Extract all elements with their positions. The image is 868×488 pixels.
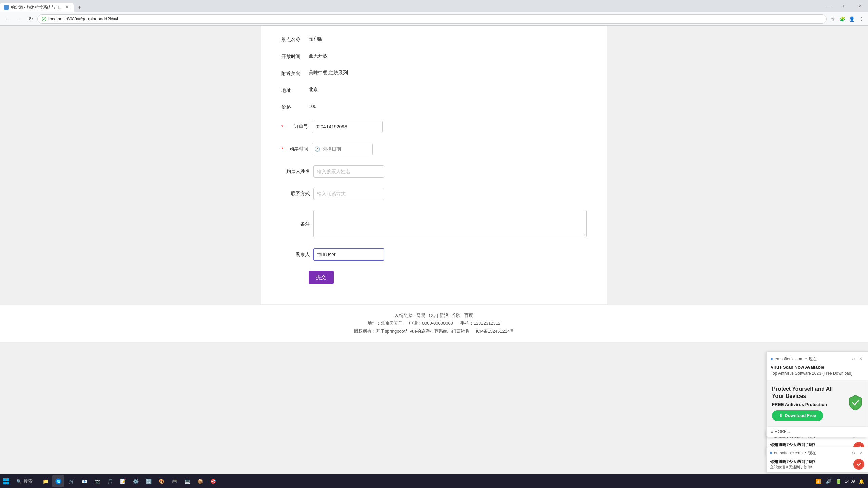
svg-rect-1 bbox=[3, 478, 6, 481]
download-free-button[interactable]: ⬇ Download Free bbox=[772, 410, 823, 421]
buy-time-row: * 购票时间 🕐 bbox=[281, 143, 587, 155]
footer: 友情链接 网易 | QQ | 新浪 | 谷歌 | 百度 地址：北京天安门 电话：… bbox=[0, 304, 868, 342]
taskbar-calculator[interactable]: 🔢 bbox=[142, 475, 155, 487]
taskbar-paint[interactable]: 🎨 bbox=[155, 475, 167, 487]
attraction-name-value: 颐和园 bbox=[309, 36, 323, 42]
back-button[interactable]: ← bbox=[3, 14, 12, 24]
remark-textarea[interactable] bbox=[313, 210, 587, 237]
buy-time-required: * bbox=[281, 146, 283, 152]
notification-status: 现在 bbox=[809, 356, 817, 362]
menu-icon[interactable]: ⋮ bbox=[857, 15, 865, 23]
close-button[interactable]: ✕ bbox=[852, 0, 868, 12]
windows-logo-icon bbox=[3, 478, 9, 485]
notification-small-2-settings[interactable]: ⚙ bbox=[851, 450, 857, 456]
maximize-button[interactable]: □ bbox=[837, 0, 852, 12]
taskbar-battery-icon[interactable]: 🔋 bbox=[835, 477, 843, 485]
remark-label: 备注 bbox=[286, 221, 310, 227]
order-no-row: * 订单号 bbox=[281, 121, 587, 133]
taskbar-target[interactable]: 🎯 bbox=[207, 475, 219, 487]
taskbar-wifi-icon[interactable]: 📶 bbox=[814, 477, 823, 485]
notification-small-2-source: en.softonic.com • 现在 bbox=[770, 450, 816, 456]
svg-rect-4 bbox=[6, 482, 9, 484]
active-tab[interactable]: 购定添 - 旅游推荐系统与门... ✕ bbox=[0, 3, 74, 12]
taskbar-search-bar[interactable]: 🔍 搜索 bbox=[12, 474, 37, 488]
open-time-label: 开放时间 bbox=[281, 53, 305, 60]
extensions-icon[interactable]: 🧩 bbox=[838, 15, 846, 23]
taskbar-notification-icon[interactable]: 🔔 bbox=[857, 477, 865, 485]
taskbar-music[interactable]: 🎵 bbox=[104, 475, 116, 487]
taskbar-edge[interactable] bbox=[52, 475, 64, 487]
notification-main-header: en.softonic.com • 现在 ⚙ ✕ bbox=[771, 356, 864, 362]
taskbar: 🔍 搜索 📁 🛒 📧 📷 🎵 📝 ⚙️ 🔢 🎨 🎮 💻 📦 🎯 📶 🔊 🔋 14… bbox=[0, 474, 868, 488]
taskbar-photos[interactable]: 📷 bbox=[91, 475, 103, 487]
taskbar-volume-icon[interactable]: 🔊 bbox=[825, 477, 833, 485]
notification-source-dot bbox=[771, 358, 773, 360]
address-bar[interactable]: localhost:8080/#/goupiaooadd?id=4 bbox=[37, 14, 827, 24]
submit-button[interactable]: 提交 bbox=[309, 271, 334, 284]
price-value: 100 bbox=[309, 104, 316, 109]
notification-small-2-close[interactable]: ✕ bbox=[858, 450, 864, 456]
more-icon: ≡ bbox=[771, 429, 773, 434]
notification-small-2-source-text: en.softonic.com bbox=[774, 451, 803, 455]
buyer-row: 购票人 bbox=[281, 248, 587, 261]
forward-button[interactable]: → bbox=[14, 14, 24, 24]
tab-bar: 购定添 - 旅游推荐系统与门... ✕ + bbox=[0, 0, 868, 12]
bookmark-star-icon[interactable]: ☆ bbox=[829, 15, 837, 23]
buy-time-input[interactable] bbox=[312, 143, 373, 155]
notification-close-button[interactable]: ✕ bbox=[857, 356, 864, 362]
footer-link-baidu[interactable]: 百度 bbox=[464, 313, 473, 318]
taskbar-start-button[interactable] bbox=[0, 475, 12, 487]
footer-link-qq[interactable]: QQ bbox=[429, 313, 436, 318]
taskbar-terminal[interactable]: 💻 bbox=[181, 475, 193, 487]
taskbar-file-explorer[interactable]: 📁 bbox=[39, 475, 52, 487]
contact-row: 联系方式 bbox=[281, 188, 587, 200]
svg-rect-2 bbox=[6, 478, 9, 481]
footer-link-wangyi[interactable]: 网易 bbox=[416, 313, 425, 318]
taskbar-game[interactable]: 🎮 bbox=[168, 475, 180, 487]
attraction-name-label: 景点名称 bbox=[281, 36, 305, 43]
notification-desc: Top Antivirus Software 2023 (Free Downlo… bbox=[771, 371, 864, 376]
notification-status-dot: • bbox=[805, 357, 807, 361]
taskbar-time: 14:09 bbox=[845, 479, 855, 484]
notification-source-text: en.softonic.com bbox=[775, 357, 803, 361]
notification-more-button[interactable]: ≡ MORE... bbox=[767, 426, 868, 437]
taskbar-package[interactable]: 📦 bbox=[194, 475, 206, 487]
footer-mobile: 手机：12312312312 bbox=[460, 321, 501, 326]
order-no-required: * bbox=[281, 124, 283, 129]
order-no-input[interactable] bbox=[312, 121, 383, 133]
footer-links-label: 友情链接 bbox=[395, 313, 413, 318]
footer-link-google[interactable]: 谷歌 bbox=[452, 313, 460, 318]
buyer-name-row: 购票人姓名 bbox=[281, 165, 587, 178]
contact-input[interactable] bbox=[313, 188, 384, 200]
new-tab-button[interactable]: + bbox=[75, 3, 84, 12]
reload-button[interactable]: ↻ bbox=[26, 14, 35, 24]
taskbar-mail[interactable]: 📧 bbox=[78, 475, 90, 487]
notification-controls: ⚙ ✕ bbox=[850, 356, 864, 362]
profile-icon[interactable]: 👤 bbox=[848, 15, 856, 23]
notification-main-area: en.softonic.com • 现在 ⚙ ✕ Virus Scan Now … bbox=[767, 352, 868, 380]
footer-link-sina[interactable]: 新浪 bbox=[439, 313, 448, 318]
taskbar-store[interactable]: 🛒 bbox=[65, 475, 77, 487]
notification-small-2-body: 你知道吗?今天遇到了吗? 立即激活今天遇到了软件! bbox=[767, 459, 868, 472]
address-row: 地址 北京 bbox=[281, 87, 587, 94]
notification-small-2-controls: ⚙ ✕ bbox=[851, 450, 864, 456]
security-icon bbox=[42, 17, 46, 21]
contact-label: 联系方式 bbox=[286, 191, 310, 197]
notification-settings-button[interactable]: ⚙ bbox=[850, 356, 856, 362]
notification-small-2-title: 你知道吗?今天遇到了吗? bbox=[770, 459, 850, 465]
tab-close-button[interactable]: ✕ bbox=[65, 4, 70, 11]
notification-source: en.softonic.com • 现在 bbox=[771, 356, 817, 362]
minimize-button[interactable]: — bbox=[821, 0, 837, 12]
address-label: 地址 bbox=[281, 87, 305, 94]
notification-panel-main: en.softonic.com • 现在 ⚙ ✕ Virus Scan Now … bbox=[766, 351, 868, 437]
notification-ad-box: Protect Yourself and All Your Devices FR… bbox=[767, 380, 868, 426]
buyer-name-input[interactable] bbox=[313, 165, 384, 178]
buyer-input[interactable] bbox=[313, 248, 384, 261]
attraction-name-row: 景点名称 颐和园 bbox=[281, 36, 587, 43]
address-value: 北京 bbox=[309, 87, 318, 93]
taskbar-notepad[interactable]: 📝 bbox=[117, 475, 129, 487]
taskbar-settings[interactable]: ⚙️ bbox=[130, 475, 142, 487]
open-time-value: 全天开放 bbox=[309, 53, 328, 59]
taskbar-search-icon: 🔍 bbox=[16, 479, 22, 484]
buy-time-label: 购票时间 bbox=[284, 146, 308, 152]
